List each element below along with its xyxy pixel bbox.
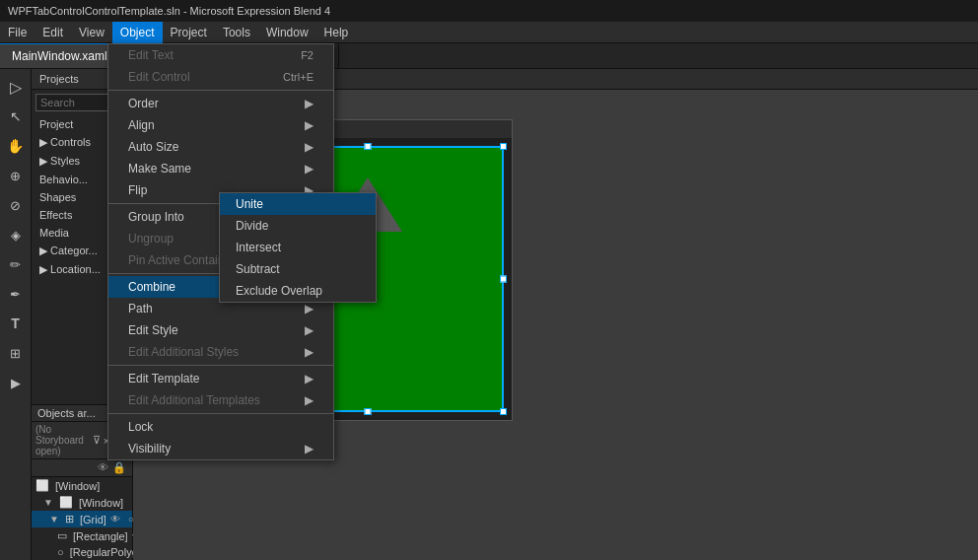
handle-mr[interactable] (500, 276, 507, 283)
layer-icon: ⬜ (35, 479, 49, 492)
layer-rect-icon: ▭ (57, 529, 67, 542)
handle-tc[interactable] (364, 143, 371, 150)
submenu-exclude-overlap[interactable]: Exclude Overlap (220, 280, 376, 302)
layer-expand-icon: ▼ (43, 497, 53, 508)
titlebar: WPFTabControlControlTemplate.sln - Micro… (0, 0, 978, 22)
menu-view[interactable]: View (71, 22, 112, 43)
menu-object[interactable]: Object (112, 22, 163, 43)
layer-rectangle[interactable]: ▭ [Rectangle] 👁 ○ (32, 527, 132, 544)
combine-submenu: Unite Divide Intersect Subtract Exclude … (219, 192, 377, 303)
eye-icon: 👁 (98, 461, 108, 474)
layer-poly-icon: ○ (57, 546, 64, 558)
menu-window[interactable]: Window (258, 22, 316, 43)
lock-icon: 🔒 (112, 461, 126, 474)
layer-window[interactable]: ▼ ⬜ [Window] (32, 494, 132, 511)
handle-tr[interactable] (500, 143, 507, 150)
layer-grid[interactable]: ▼ ⊞ [Grid] 👁 ○ (32, 511, 132, 527)
layer-grid-icon: ⊞ (65, 513, 74, 525)
tool-text[interactable]: T (2, 310, 30, 337)
menu-edit-additional-templates: Edit Additional Templates ▶ (108, 389, 333, 411)
menu-lock[interactable]: Lock (108, 416, 333, 438)
submenu-divide[interactable]: Divide (220, 215, 376, 237)
tool-anim[interactable]: ▶ (2, 369, 30, 396)
menu-edit[interactable]: Edit (35, 22, 71, 43)
layer-polygon[interactable]: ○ [RegularPolygon] 👁 ○ (32, 544, 132, 560)
menu-sep1 (108, 90, 333, 91)
tool-zoom[interactable]: ⊕ (2, 162, 30, 189)
titlebar-text: WPFTabControlControlTemplate.sln - Micro… (8, 5, 330, 17)
menu-edit-control: Edit Control Ctrl+E (108, 66, 333, 88)
tool-grid[interactable]: ⊞ (2, 339, 30, 367)
tool-select[interactable]: ▷ (2, 73, 30, 101)
menu-project[interactable]: Project (163, 22, 215, 43)
tool-pencil[interactable]: ✒ (2, 280, 30, 308)
tool-brush[interactable]: ✏ (2, 250, 30, 278)
submenu-unite[interactable]: Unite (220, 193, 376, 215)
layer-grid-expand: ▼ (49, 514, 59, 525)
menu-edit-template[interactable]: Edit Template ▶ (108, 368, 333, 389)
menu-order[interactable]: Order ▶ (108, 93, 333, 114)
submenu-subtract[interactable]: Subtract (220, 258, 376, 280)
layer-window-icon: ⬜ (59, 496, 73, 509)
menu-sep5 (108, 413, 333, 414)
menu-edit-text: Edit Text F2 (108, 44, 333, 66)
tool-paintbucket[interactable]: ◈ (2, 221, 30, 248)
menu-edit-style[interactable]: Edit Style ▶ (108, 319, 333, 341)
handle-bc[interactable] (364, 408, 371, 415)
handle-br[interactable] (500, 408, 507, 415)
menu-make-same[interactable]: Make Same ▶ (108, 158, 333, 179)
layer-grid-eye[interactable]: 👁 (110, 514, 120, 525)
menu-help[interactable]: Help (316, 22, 357, 43)
left-toolbar: ▷ ↖ ✋ ⊕ ⊘ ◈ ✏ ✒ T ⊞ ▶ (0, 69, 32, 560)
menu-tools[interactable]: Tools (215, 22, 258, 43)
tool-pan[interactable]: ✋ (2, 132, 30, 160)
storyboard-placeholder: (No Storyboard open) (35, 424, 90, 456)
menu-file[interactable]: File (0, 22, 35, 43)
menu-edit-additional-styles: Edit Additional Styles ▶ (108, 341, 333, 363)
menu-visibility[interactable]: Visibility ▶ (108, 438, 333, 459)
storyboard-icon1[interactable]: ⊽ (93, 434, 101, 447)
layer-window-root[interactable]: ⬜ [Window] (32, 477, 132, 494)
menu-sep4 (108, 365, 333, 366)
menu-auto-size[interactable]: Auto Size ▶ (108, 136, 333, 158)
tool-direct-select[interactable]: ↖ (2, 103, 30, 130)
objects-label: Objects ar... (37, 407, 96, 419)
menu-align[interactable]: Align ▶ (108, 114, 333, 136)
submenu-intersect[interactable]: Intersect (220, 237, 376, 258)
tool-eyedropper[interactable]: ⊘ (2, 191, 30, 219)
menubar: File Edit View Object Project Tools Wind… (0, 22, 978, 43)
